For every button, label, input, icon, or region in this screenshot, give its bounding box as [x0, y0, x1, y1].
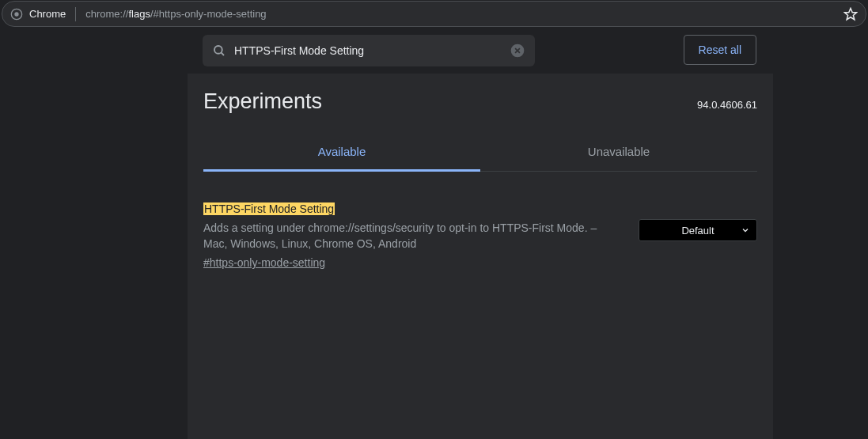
- tabs: Available Unavailable: [203, 134, 757, 172]
- bookmark-star-icon[interactable]: [843, 7, 858, 21]
- url-host: flags: [128, 8, 150, 20]
- tab-unavailable[interactable]: Unavailable: [480, 134, 757, 171]
- header-row: Experiments 94.0.4606.61: [203, 89, 757, 114]
- page-title: Experiments: [203, 89, 322, 114]
- toolbar-region: Reset all: [0, 27, 868, 74]
- left-gutter: [0, 74, 188, 439]
- browser-address-bar[interactable]: Chrome chrome://flags/#https-only-mode-s…: [2, 1, 866, 27]
- main-panel: Experiments 94.0.4606.61 Available Unava…: [188, 74, 773, 439]
- flag-description: Adds a setting under chrome://settings/s…: [203, 221, 623, 252]
- svg-point-1: [14, 12, 18, 16]
- flag-text: HTTPS-First Mode Setting Adds a setting …: [203, 202, 623, 270]
- url-scheme: chrome://: [85, 8, 128, 20]
- reset-all-button[interactable]: Reset all: [684, 35, 756, 65]
- chevron-down-icon: [741, 225, 750, 235]
- divider: [75, 7, 76, 21]
- flag-anchor-link[interactable]: #https-only-mode-setting: [203, 256, 325, 269]
- url-path: /#https-only-mode-setting: [150, 8, 267, 20]
- svg-marker-2: [845, 8, 857, 19]
- svg-line-4: [221, 52, 224, 55]
- flag-select[interactable]: Default: [639, 219, 757, 241]
- version-label: 94.0.4606.61: [697, 99, 757, 111]
- clear-icon[interactable]: [510, 43, 525, 59]
- right-gutter: [773, 74, 868, 439]
- flag-row: HTTPS-First Mode Setting Adds a setting …: [203, 202, 757, 270]
- tab-available[interactable]: Available: [203, 134, 480, 172]
- browser-app-name: Chrome: [29, 8, 75, 20]
- svg-point-3: [214, 46, 222, 54]
- search-box[interactable]: [203, 35, 535, 66]
- search-input[interactable]: [234, 44, 502, 57]
- flag-title: HTTPS-First Mode Setting: [203, 202, 335, 215]
- search-icon: [212, 44, 226, 58]
- chrome-icon: [10, 8, 23, 21]
- flag-select-value: Default: [681, 225, 714, 237]
